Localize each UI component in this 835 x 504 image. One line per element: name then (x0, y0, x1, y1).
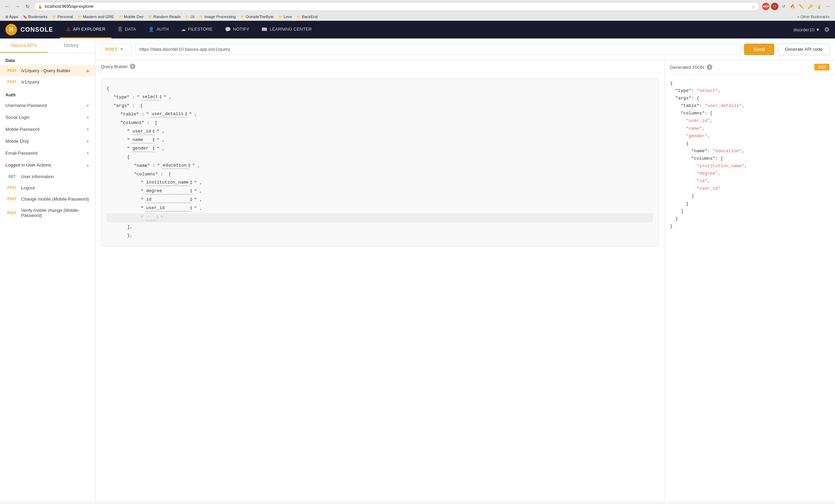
bookmark-icon: 🔖 (23, 15, 27, 19)
bookmark-outside-the-byte[interactable]: 📁 OutsideTheByte (239, 14, 276, 19)
tab-hasura-apis[interactable]: Hasura APIs (0, 38, 48, 53)
sidebar-item-label-q: /v1/query (21, 79, 90, 84)
addon-icon-5[interactable]: 🔑 (806, 3, 814, 10)
sidebar-item-v1-query-builder[interactable]: POST /v1/query - Query Builder ▶ (0, 65, 95, 76)
qb-row-gender: " gender user_id name ▲▼ " , (107, 145, 653, 153)
app-container: H CONSOLE ⚠ API EXPLORER 🗄 DATA 👤 AUTH ☁… (0, 21, 835, 502)
email-password-expandable[interactable]: Email-Password ▼ (0, 147, 95, 159)
addon-icon-4[interactable]: ✏️ (798, 3, 805, 10)
degree-selector-wrapper[interactable]: degree institution_name id user_id ▲▼ (146, 188, 192, 195)
logged-in-section-label: Logged in User Actions (5, 162, 86, 168)
folder-icon-personal: 📁 (52, 15, 57, 19)
sidebar-item-label-verify-mobile: Verify mobile change (Mobile-Password) (21, 208, 90, 218)
addon-icon-2[interactable]: ↺ (780, 3, 787, 10)
name-select[interactable]: name user_id gender (132, 137, 152, 143)
degree-select[interactable]: degree institution_name id user_id (146, 188, 189, 194)
nav-item-filestore[interactable]: ☁ FILESTORE (175, 21, 219, 38)
edu-name-selector-wrapper[interactable]: education user_id name ▲▼ (162, 162, 190, 169)
logged-in-section-chevron-icon: ▲ (86, 163, 90, 167)
username: disorder10 (793, 27, 814, 32)
query-builder-content[interactable]: { "type" : " select insert update de (95, 73, 664, 502)
edu-user-id-select[interactable]: user_id institution_name degree id (146, 205, 189, 211)
edu-name-select[interactable]: education user_id name (162, 162, 187, 169)
settings-button[interactable]: ⚙ (824, 26, 830, 33)
sidebar-item-v1-query[interactable]: POST /v1/query (0, 76, 95, 88)
mobile-password-expandable[interactable]: Mobile-Password ▼ (0, 123, 95, 135)
bookmark-random-reads[interactable]: 📁 Random Reads (146, 14, 183, 19)
type-selector-wrapper[interactable]: select insert update delete ▲▼ (141, 94, 162, 101)
edit-button[interactable]: Edit (814, 64, 830, 70)
sidebar: Hasura APIs History Data POST /v1/query … (0, 38, 95, 502)
institution-select[interactable]: institution_name degree id user_id (146, 179, 189, 186)
social-login-expandable[interactable]: Social Login ▼ (0, 111, 95, 123)
institution-selector-wrapper[interactable]: institution_name degree id user_id ▲▼ (146, 179, 192, 186)
table-selector-wrapper[interactable]: user_details education ▲▼ (151, 111, 187, 118)
star-icon[interactable]: ☆ (752, 4, 756, 9)
reload-button[interactable]: ↻ (24, 3, 31, 10)
logged-in-section-header[interactable]: Logged in User Actions ▲ (0, 159, 95, 171)
bookmarks-more-btn[interactable]: » Other Bookmarks (795, 14, 832, 19)
gender-select[interactable]: gender user_id name (132, 145, 152, 152)
addon-icon-6[interactable]: 💡 (815, 3, 823, 10)
post-badge-change-mobile: POST (5, 196, 18, 202)
post-badge-logout: POST (5, 185, 18, 190)
bookmarks-bar: ⊞ Apps 🔖 Bookmarks 📁 Personal 📁 Masters … (3, 13, 832, 21)
bookmark-masters[interactable]: 📁 Masters and GRE (76, 14, 116, 19)
generate-api-code-button[interactable]: Generate API code (778, 43, 830, 55)
nav-item-learning-center[interactable]: 📖 LEARNING CENTER (255, 21, 318, 38)
nav-item-notify[interactable]: 💬 NOTIFY (219, 21, 256, 38)
username-password-expandable[interactable]: Username-Password ▼ (0, 99, 95, 111)
edu-user-id-selector-wrapper[interactable]: user_id institution_name degree id ▲▼ (146, 205, 192, 212)
sidebar-item-get-user-info[interactable]: GET User information (0, 171, 95, 182)
table-select[interactable]: user_details education (151, 111, 184, 117)
folder-icon-ui: 📁 (185, 15, 189, 19)
apps-icon: ⊞ (5, 15, 8, 19)
back-button[interactable]: ← (3, 3, 11, 10)
bookmark-image-processing[interactable]: 📁 Image Processing (197, 14, 238, 19)
qb-row-id: " id institution_name degree user_id ▲▼ (107, 196, 653, 204)
url-input[interactable] (135, 44, 741, 55)
bookmark-bookmarks[interactable]: 🔖 Bookmarks (21, 14, 50, 19)
filestore-nav-icon: ☁ (181, 27, 186, 32)
logo: H CONSOLE (5, 24, 53, 35)
user-menu[interactable]: disorder10 ▼ (793, 27, 820, 32)
sidebar-item-verify-mobile[interactable]: POST Verify mobile change (Mobile-Passwo… (0, 205, 95, 221)
qb-row-nested-open: { (107, 154, 653, 161)
id-select[interactable]: id institution_name degree user_id (146, 196, 189, 203)
abp-icon[interactable]: ABP (762, 3, 770, 10)
nav-item-auth[interactable]: 👤 AUTH (142, 21, 174, 38)
addon-icon-3[interactable]: 🔥 (789, 3, 796, 10)
bookmark-ui[interactable]: 📁 UI (183, 14, 197, 19)
nav-item-data[interactable]: 🗄 DATA (111, 21, 142, 38)
logo-icon: H (5, 24, 17, 35)
bookmark-backend[interactable]: 📁 BackEnd (295, 14, 320, 19)
bookmark-personal[interactable]: 📁 Personal (50, 14, 75, 19)
json-content[interactable]: { "type": "select", "args": { "table": "… (665, 74, 835, 502)
user-id-select[interactable]: user_id name gender (132, 128, 152, 135)
send-button[interactable]: Send (744, 44, 774, 55)
sidebar-item-change-mobile[interactable]: POST Change mobile (Mobile-Password) (0, 193, 95, 205)
address-bar[interactable]: 🔒 localhost:9695/api-explorer ☆ (34, 2, 759, 11)
addon-icon-1[interactable]: 🛡 (771, 3, 778, 10)
method-selector[interactable]: POST ▼ (101, 44, 132, 55)
placeholder-select[interactable]: -- (146, 214, 156, 220)
sidebar-item-label-change-mobile: Change mobile (Mobile-Password) (21, 196, 90, 202)
type-select[interactable]: select insert update delete (141, 94, 159, 100)
gender-selector-wrapper[interactable]: gender user_id name ▲▼ (132, 145, 155, 152)
email-password-label: Email-Password (5, 151, 86, 156)
addon-icon-7[interactable]: ⋯ (824, 3, 832, 10)
forward-button[interactable]: → (14, 3, 21, 10)
bookmark-mobile-dev[interactable]: 📁 Mobile Dev (117, 14, 146, 19)
name-selector-wrapper[interactable]: name user_id gender ▲▼ (132, 137, 155, 144)
bookmark-apps[interactable]: ⊞ Apps (3, 14, 20, 19)
user-id-selector-wrapper[interactable]: user_id name gender ▲▼ (132, 128, 155, 135)
tab-history[interactable]: History (48, 38, 95, 53)
placeholder-selector-wrapper[interactable]: -- ▲▼ (146, 214, 158, 221)
nav-item-api-explorer[interactable]: ⚠ API EXPLORER (60, 21, 111, 38)
id-selector-wrapper[interactable]: id institution_name degree user_id ▲▼ (146, 196, 192, 203)
bookmark-levo[interactable]: 📁 Levo (276, 14, 294, 19)
logo-text: CONSOLE (20, 26, 53, 33)
folder-icon-mobile-dev: 📁 (119, 15, 123, 19)
mobile-only-expandable[interactable]: Mobile Only ▼ (0, 135, 95, 147)
sidebar-item-logout[interactable]: POST Logout (0, 182, 95, 193)
